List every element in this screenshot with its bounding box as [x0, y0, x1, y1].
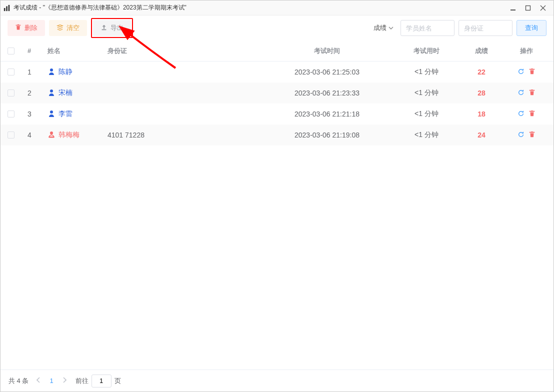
svg-point-9 [50, 110, 53, 114]
row-checkbox[interactable] [8, 110, 14, 118]
header-duration: 考试用时 [396, 46, 456, 56]
table-row: 1陈静2023-03-06 21:25:03<1 分钟22 [0, 62, 554, 82]
svg-rect-11 [49, 136, 54, 138]
svg-rect-4 [526, 6, 530, 10]
row-exam-time: 2023-03-06 21:25:03 [258, 68, 396, 76]
row-exam-time: 2023-03-06 21:19:08 [258, 131, 396, 139]
row-score: 18 [456, 110, 506, 118]
student-name-link[interactable]: 韩梅梅 [48, 130, 108, 140]
row-actions [506, 131, 546, 140]
minimize-button[interactable] [506, 2, 520, 14]
svg-point-8 [50, 90, 53, 92]
row-duration: <1 分钟 [396, 88, 456, 98]
student-name-link[interactable]: 宋楠 [48, 88, 108, 98]
student-name-link[interactable]: 李雷 [48, 110, 108, 119]
table-row: 2宋楠2023-03-06 21:23:33<1 分钟28 [0, 82, 554, 104]
score-filter-label: 成绩 [374, 24, 386, 32]
goto-suffix: 页 [114, 376, 121, 386]
clear-icon [56, 24, 64, 32]
query-button-label: 查询 [525, 24, 538, 32]
clear-button-label: 清空 [66, 24, 80, 32]
query-button[interactable]: 查询 [516, 20, 546, 36]
export-icon [100, 24, 108, 32]
svg-rect-0 [4, 8, 6, 11]
row-index: 4 [28, 131, 48, 139]
maximize-button[interactable] [520, 2, 536, 14]
score-filter-select[interactable]: 成绩 [374, 24, 394, 32]
row-checkbox[interactable] [8, 132, 14, 138]
header-exam-time: 考试时间 [258, 46, 396, 56]
row-score: 22 [456, 68, 506, 76]
delete-row-icon[interactable] [528, 89, 536, 98]
row-idcard: 4101 71228 [108, 131, 258, 139]
page-jump: 前往 页 [76, 374, 121, 388]
select-all-checkbox[interactable] [8, 48, 14, 54]
student-name-text: 韩梅梅 [58, 130, 80, 140]
row-checkbox[interactable] [8, 68, 14, 76]
delete-row-icon[interactable] [528, 68, 536, 76]
row-actions [506, 89, 546, 98]
person-icon [48, 110, 56, 119]
goto-page-input[interactable] [92, 374, 112, 388]
row-checkbox[interactable] [8, 90, 14, 96]
row-index: 2 [28, 89, 48, 97]
row-score: 28 [456, 89, 506, 97]
table-row: 4韩梅梅4101 712282023-03-06 21:19:08<1 分钟24 [0, 124, 554, 146]
toolbar: 删除 清空 导出 成绩 查询 [0, 16, 554, 40]
row-duration: <1 分钟 [396, 68, 456, 76]
trash-icon [15, 24, 22, 32]
row-score: 24 [456, 131, 506, 139]
row-exam-time: 2023-03-06 21:21:18 [258, 110, 396, 118]
prev-page-button[interactable] [36, 377, 40, 384]
results-table: # 姓名 身份证 考试时间 考试用时 成绩 操作 1陈静2023-03-06 2… [0, 40, 554, 146]
table-row: 3李雷2023-03-06 21:21:18<1 分钟18 [0, 104, 554, 124]
person-icon [48, 88, 56, 98]
row-duration: <1 分钟 [396, 110, 456, 118]
student-name-input[interactable] [400, 20, 454, 36]
clear-button[interactable]: 清空 [49, 20, 87, 36]
student-name-text: 宋楠 [58, 88, 72, 98]
student-name-link[interactable]: 陈静 [48, 68, 108, 77]
row-exam-time: 2023-03-06 21:23:33 [258, 89, 396, 97]
close-button[interactable] [536, 2, 550, 14]
current-page-number[interactable]: 1 [50, 377, 53, 384]
total-count-label: 共 4 条 [8, 376, 28, 386]
svg-rect-1 [6, 6, 8, 11]
svg-point-7 [50, 68, 53, 72]
row-actions [506, 110, 546, 118]
refresh-icon[interactable] [518, 89, 524, 98]
header-score: 成绩 [456, 46, 506, 56]
export-button-label: 导出 [110, 24, 124, 32]
id-card-input[interactable] [458, 20, 512, 36]
delete-button-label: 删除 [24, 24, 38, 32]
header-idcard: 身份证 [108, 46, 258, 56]
export-highlight-box: 导出 [91, 18, 133, 38]
row-index: 1 [28, 68, 48, 76]
chevron-down-icon [388, 24, 394, 32]
export-button[interactable]: 导出 [93, 20, 131, 36]
pagination: 1 前往 页 [36, 374, 120, 388]
window-controls [506, 2, 550, 14]
person-icon [48, 130, 56, 140]
row-index: 3 [28, 110, 48, 118]
svg-rect-2 [8, 4, 10, 10]
svg-point-10 [50, 132, 53, 134]
student-name-text: 李雷 [58, 110, 72, 118]
goto-prefix: 前往 [76, 376, 88, 386]
delete-row-icon[interactable] [528, 110, 536, 118]
row-duration: <1 分钟 [396, 130, 456, 140]
footer: 共 4 条 1 前往 页 [0, 370, 554, 392]
header-ops: 操作 [506, 46, 546, 56]
app-icon [4, 4, 10, 12]
refresh-icon[interactable] [518, 110, 524, 118]
next-page-button[interactable] [62, 377, 66, 384]
delete-button[interactable]: 删除 [8, 20, 45, 36]
header-index: # [28, 47, 48, 54]
delete-row-icon[interactable] [528, 131, 536, 140]
header-name: 姓名 [48, 46, 108, 56]
refresh-icon[interactable] [518, 68, 524, 76]
window-title: 考试成绩 - "《思想道德修养与法律基础》2023第二学期期末考试" [14, 4, 506, 12]
row-actions [506, 68, 546, 76]
refresh-icon[interactable] [518, 131, 524, 140]
person-icon [48, 68, 56, 77]
